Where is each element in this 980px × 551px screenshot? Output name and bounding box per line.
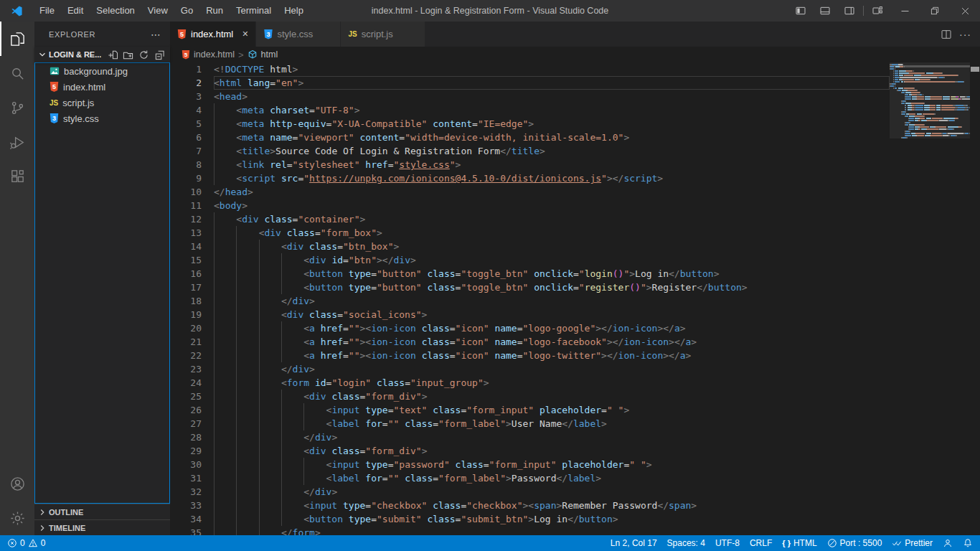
restore-button[interactable]: [920, 0, 950, 22]
file-item-script.js[interactable]: JSscript.js: [35, 95, 169, 110]
code-line-16[interactable]: 16 <button type="button" class="toggle_b…: [170, 267, 890, 281]
breadcrumb-file[interactable]: index.html: [194, 50, 235, 60]
folder-section-header[interactable]: LOGIN & RE...: [34, 47, 170, 62]
code-line-31[interactable]: 31 <label for="" class="form_label">Pass…: [170, 471, 890, 485]
minimize-button[interactable]: [890, 0, 920, 22]
code-line-7[interactable]: 7 <title>Source Code Of Login & Registra…: [170, 144, 890, 158]
status-item-utf-8[interactable]: UTF-8: [715, 538, 740, 548]
file-item-style.css[interactable]: 3style.css: [35, 110, 169, 126]
toggle-sidebar-left-icon[interactable]: [788, 0, 813, 22]
code-line-18[interactable]: 18 </div>: [170, 294, 890, 308]
editor-more-actions-icon[interactable]: ···: [959, 29, 971, 40]
status-item-html[interactable]: { }HTML: [782, 538, 816, 548]
status-item-prettier[interactable]: Prettier: [892, 538, 933, 548]
minimap-line: [890, 68, 970, 70]
new-file-icon[interactable]: [105, 48, 118, 61]
menu-item-view[interactable]: View: [141, 0, 174, 22]
outline-panel-header[interactable]: OUTLINE: [34, 504, 170, 519]
code-line-28[interactable]: 28 </div>: [170, 430, 890, 444]
menu-item-file[interactable]: File: [33, 0, 61, 22]
code-line-22[interactable]: 22 <a href=""><ion-icon class="icon" nam…: [170, 349, 890, 362]
status-item-spaces-4[interactable]: Spaces: 4: [667, 538, 705, 548]
status-item-crlf[interactable]: CRLF: [750, 538, 772, 548]
code-line-26[interactable]: 26 <input type="text" class="form_input"…: [170, 403, 890, 417]
code-line-24[interactable]: 24 <form id="login" class="input_group">: [170, 376, 890, 390]
status-item-port-5500[interactable]: Port : 5500: [827, 538, 882, 548]
timeline-panel-header[interactable]: TIMELINE: [34, 519, 170, 535]
code-line-10[interactable]: 10</head>: [170, 185, 890, 199]
code-editor[interactable]: 1<!DOCTYPE html>2<html lang="en">3<head>…: [170, 62, 890, 535]
status-item-feedback[interactable]: [943, 538, 953, 548]
code-line-12[interactable]: 12 <div class="container">: [170, 212, 890, 226]
status-item-ln-2-col-17[interactable]: Ln 2, Col 17: [611, 538, 657, 548]
menu-item-go[interactable]: Go: [174, 0, 199, 22]
collapse-folders-icon[interactable]: [153, 48, 166, 61]
file-item-index.html[interactable]: 5index.html: [35, 79, 169, 95]
activity-run-and-debug-icon[interactable]: [0, 125, 34, 159]
code-line-32[interactable]: 32 </div>: [170, 485, 890, 499]
editor-scrollbar[interactable]: [970, 62, 980, 535]
code-line-9[interactable]: 9 <script src="https://unpkg.com/ionicon…: [170, 171, 890, 185]
file-item-background.jpg[interactable]: background.jpg: [35, 63, 169, 79]
code-line-4[interactable]: 4 <meta charset="UTF-8">: [170, 103, 890, 117]
line-number: 25: [170, 390, 202, 403]
code-line-33[interactable]: 33 <input type="checkbox" class="checkbo…: [170, 499, 890, 512]
code-line-15[interactable]: 15 <div id="btn"></div>: [170, 253, 890, 267]
menu-item-terminal[interactable]: Terminal: [230, 0, 278, 22]
code-line-29[interactable]: 29 <div class="form_div">: [170, 444, 890, 458]
close-tab-icon[interactable]: ✕: [242, 30, 248, 38]
code-line-20[interactable]: 20 <a href=""><ion-icon class="icon" nam…: [170, 321, 890, 335]
new-folder-icon[interactable]: [121, 48, 134, 61]
customize-layout-icon[interactable]: [865, 0, 890, 22]
code-line-8[interactable]: 8 <link rel="stylesheet" href="style.css…: [170, 158, 890, 171]
tab-index.html[interactable]: 5index.html✕: [170, 22, 256, 47]
code-line-2[interactable]: 2<html lang="en">: [170, 76, 890, 90]
activity-settings-icon[interactable]: [0, 501, 34, 535]
minimap-line: [890, 98, 970, 100]
code-line-19[interactable]: 19 <div class="social_icons">: [170, 308, 890, 321]
code-line-35[interactable]: 35 </form>: [170, 526, 890, 535]
line-number: 17: [170, 281, 202, 294]
toggle-panel-icon[interactable]: [813, 0, 837, 22]
tab-script.js[interactable]: JSscript.js✕: [341, 22, 425, 47]
code-line-17[interactable]: 17 <button type="button" class="toggle_b…: [170, 281, 890, 294]
activity-extensions-icon[interactable]: [0, 159, 34, 194]
code-line-14[interactable]: 14 <div class="btn_box">: [170, 240, 890, 253]
minimap[interactable]: [890, 62, 970, 535]
code-line-34[interactable]: 34 <button type="submit" class="submit_b…: [170, 512, 890, 526]
status-label: CRLF: [750, 538, 772, 548]
line-content: <body>: [214, 199, 890, 212]
menu-item-run[interactable]: Run: [199, 0, 230, 22]
code-line-5[interactable]: 5 <meta http-equiv="X-UA-Compatible" con…: [170, 117, 890, 131]
code-line-13[interactable]: 13 <div class="form_box">: [170, 226, 890, 240]
activity-search-icon[interactable]: [0, 56, 34, 90]
close-window-button[interactable]: [950, 0, 980, 22]
code-line-11[interactable]: 11<body>: [170, 199, 890, 212]
code-line-25[interactable]: 25 <div class="form_div">: [170, 390, 890, 403]
code-line-1[interactable]: 1<!DOCTYPE html>: [170, 62, 890, 76]
activity-source-control-icon[interactable]: [0, 90, 34, 125]
toggle-sidebar-right-icon[interactable]: [837, 0, 862, 22]
menu-item-selection[interactable]: Selection: [90, 0, 141, 22]
code-line-30[interactable]: 30 <input type="password" class="form_in…: [170, 458, 890, 471]
split-editor-icon[interactable]: [941, 29, 952, 40]
explorer-more-actions-icon[interactable]: ⋯: [151, 29, 161, 40]
line-content-wrap: <div class="social_icons">: [214, 308, 890, 321]
menu-item-edit[interactable]: Edit: [61, 0, 90, 22]
code-line-27[interactable]: 27 <label for="" class="form_label">User…: [170, 417, 890, 430]
minimap-line: [890, 81, 970, 83]
code-line-23[interactable]: 23 </div>: [170, 362, 890, 376]
status-item-bell[interactable]: [963, 538, 973, 548]
refresh-explorer-icon[interactable]: [137, 48, 150, 61]
menu-item-help[interactable]: Help: [278, 0, 310, 22]
tab-style.css[interactable]: 3style.css✕: [256, 22, 341, 47]
activity-accounts-icon[interactable]: [0, 466, 34, 501]
activity-explorer-icon[interactable]: [0, 22, 34, 56]
line-number: 7: [170, 144, 202, 158]
code-line-6[interactable]: 6 <meta name="viewport" content="width=d…: [170, 131, 890, 144]
problems-indicator[interactable]: 0 0: [7, 538, 45, 548]
code-line-21[interactable]: 21 <a href=""><ion-icon class="icon" nam…: [170, 335, 890, 349]
minimap-line: [890, 109, 970, 110]
code-line-3[interactable]: 3<head>: [170, 90, 890, 103]
breadcrumb-symbol[interactable]: html: [261, 50, 278, 60]
